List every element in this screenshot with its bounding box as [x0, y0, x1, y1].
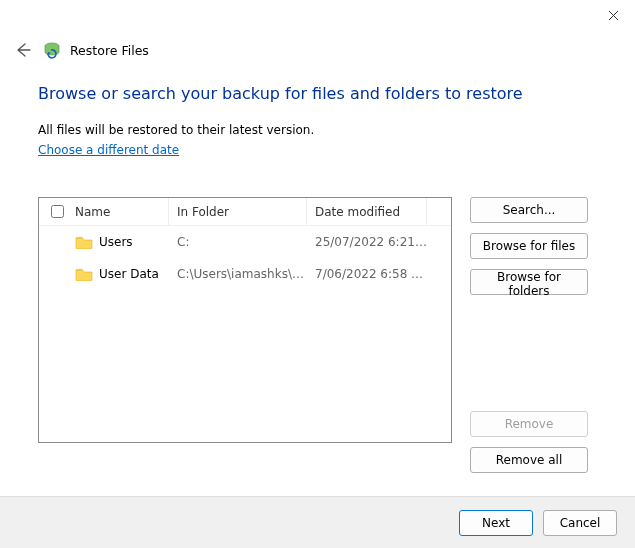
- next-button[interactable]: Next: [459, 510, 533, 536]
- browse-files-button[interactable]: Browse for files: [470, 233, 588, 259]
- page-heading: Browse or search your backup for files a…: [38, 84, 605, 103]
- browse-folders-button[interactable]: Browse for folders: [470, 269, 588, 295]
- footer: Next Cancel: [0, 496, 635, 548]
- select-all-checkbox[interactable]: [51, 205, 64, 218]
- item-date: 7/06/2022 6:58 P...: [307, 267, 427, 281]
- restore-icon: [42, 40, 62, 60]
- folder-icon: [75, 267, 93, 281]
- remove-button: Remove: [470, 411, 588, 437]
- window-title: Restore Files: [70, 43, 149, 58]
- cancel-button[interactable]: Cancel: [543, 510, 617, 536]
- item-folder: C:\Users\iamashks\A...: [169, 267, 307, 281]
- search-button[interactable]: Search...: [470, 197, 588, 223]
- item-folder: C:: [169, 235, 307, 249]
- column-date[interactable]: Date modified: [307, 198, 427, 225]
- remove-all-button[interactable]: Remove all: [470, 447, 588, 473]
- choose-date-link[interactable]: Choose a different date: [38, 143, 179, 157]
- list-item[interactable]: Users C: 25/07/2022 6:21 ...: [39, 226, 451, 258]
- file-list[interactable]: Name In Folder Date modified Users C: 25…: [38, 197, 452, 443]
- item-date: 25/07/2022 6:21 ...: [307, 235, 427, 249]
- back-arrow-icon: [13, 41, 31, 59]
- close-button[interactable]: [591, 0, 635, 30]
- close-icon: [608, 10, 619, 21]
- folder-icon: [75, 235, 93, 249]
- item-name: Users: [99, 235, 133, 249]
- item-name: User Data: [99, 267, 159, 281]
- column-name[interactable]: Name: [75, 198, 169, 225]
- info-text: All files will be restored to their late…: [38, 123, 605, 137]
- list-header: Name In Folder Date modified: [39, 198, 451, 226]
- column-folder[interactable]: In Folder: [169, 198, 307, 225]
- back-button[interactable]: [10, 38, 34, 62]
- list-item[interactable]: User Data C:\Users\iamashks\A... 7/06/20…: [39, 258, 451, 290]
